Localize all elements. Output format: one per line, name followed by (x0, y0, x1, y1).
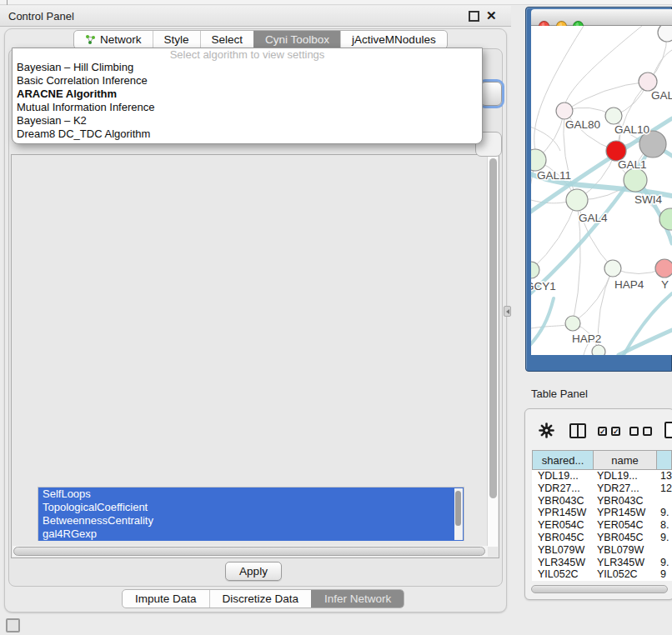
table-row[interactable]: YBR045CYBR045C9. (532, 532, 672, 544)
network-node-gcy1[interactable] (531, 262, 539, 278)
attributes-scrollbar-thumb[interactable] (455, 491, 461, 526)
table-row[interactable]: YDL19...YDL19...13 (532, 470, 672, 482)
network-window-titlebar[interactable] (531, 9, 672, 26)
table-cell[interactable]: 8. (657, 519, 672, 532)
table-cell[interactable]: 9. (657, 507, 672, 519)
table-cell[interactable]: YPR145W (594, 507, 657, 519)
column-header-2[interactable] (657, 450, 672, 470)
dropdown-item-basic-correlation-inference[interactable]: Basic Correlation Inference (13, 74, 482, 88)
table-cell[interactable]: YDR27... (594, 482, 657, 495)
table-cell[interactable]: YBR043C (594, 495, 657, 508)
network-node-gal[interactable] (639, 72, 657, 91)
table-row[interactable]: YDR27...YDR27...12 (532, 482, 672, 495)
network-node-hap4[interactable] (604, 260, 621, 277)
table-row[interactable]: YER054CYER054C8. (532, 519, 672, 532)
tab-jactivemnodules[interactable]: jActiveMNodules (340, 31, 447, 48)
table-cell[interactable]: YBL079W (594, 544, 657, 557)
table-cell[interactable]: 13 (657, 470, 672, 482)
network-node-hap2[interactable] (565, 316, 580, 331)
network-edge[interactable] (534, 26, 584, 150)
horizontal-scrollbar[interactable] (13, 546, 488, 557)
table-cell[interactable]: 9. (657, 557, 672, 569)
table-cell[interactable]: YIL052C (594, 568, 657, 581)
network-node-y[interactable] (655, 259, 672, 278)
table-cell[interactable]: YIL052C (532, 568, 594, 581)
table-cell[interactable] (657, 544, 672, 557)
tab-style[interactable]: Style (153, 31, 200, 48)
table-cell[interactable]: YBR045C (594, 532, 657, 544)
table-cell[interactable]: 12 (657, 482, 672, 495)
table-cell[interactable]: YBL079W (532, 544, 594, 557)
data-attributes-list[interactable]: SelfLoopsTopologicalCoefficientBetweenne… (38, 487, 464, 541)
attribute-item-betweennesscentrality[interactable]: BetweennessCentrality (38, 514, 464, 528)
network-node[interactable] (592, 345, 605, 355)
table-cell[interactable]: YBR043C (532, 495, 594, 508)
table-cell[interactable]: YLR345W (532, 557, 594, 569)
network-node-gal80[interactable] (556, 102, 573, 119)
panel-divider-handle[interactable] (504, 306, 511, 317)
tab-impute-data[interactable]: Impute Data (123, 590, 209, 608)
column-header-shared[interactable]: shared... (532, 450, 594, 470)
table-cell[interactable]: YDR27... (532, 482, 594, 495)
tab-cyni-toolbox[interactable]: Cyni Toolbox (253, 31, 340, 48)
tab-select[interactable]: Select (200, 31, 254, 48)
table-cell[interactable]: YER054C (594, 519, 657, 532)
dropdown-item-aracne-algorithm[interactable]: ARACNE Algorithm (13, 88, 482, 101)
split-column-icon[interactable] (569, 423, 586, 438)
table-cell[interactable]: 9 (657, 568, 672, 581)
table-cell[interactable]: YPR145W (532, 507, 594, 519)
network-node-gal10[interactable] (605, 108, 622, 124)
deselect-all-icon[interactable] (629, 427, 639, 436)
table-cell[interactable]: YDL19... (594, 470, 657, 482)
tab-discretize-data[interactable]: Discretize Data (209, 590, 312, 608)
network-node-gal4[interactable] (566, 189, 588, 211)
gear-icon[interactable] (539, 422, 554, 442)
new-table-icon[interactable] (664, 422, 672, 438)
network-node-swi4[interactable] (624, 168, 647, 192)
tab-infer-network[interactable]: Infer Network (311, 590, 404, 608)
dropdown-item-dream8-dc-tdc-algorithm[interactable]: Dream8 DC_TDC Algorithm (13, 128, 482, 141)
table-row[interactable]: YIL052CYIL052C9 (532, 568, 672, 581)
attribute-item-selfloops[interactable]: SelfLoops (38, 488, 464, 501)
horizontal-scrollbar-thumb[interactable] (13, 547, 485, 556)
deselect-all-icon[interactable] (643, 427, 652, 436)
vertical-scrollbar[interactable] (487, 156, 498, 547)
table-cell[interactable]: YBR045C (532, 532, 594, 544)
network-edge[interactable] (531, 200, 577, 270)
network-edge[interactable] (531, 125, 560, 151)
network-edge[interactable] (573, 268, 613, 323)
attributes-scrollbar[interactable] (454, 488, 463, 540)
float-panel-icon[interactable] (469, 11, 479, 22)
network-edge[interactable] (531, 324, 569, 329)
close-panel-icon[interactable]: ✕ (486, 8, 497, 23)
vertical-scrollbar-thumb[interactable] (489, 158, 497, 498)
attribute-item-topologicalcoefficient[interactable]: TopologicalCoefficient (38, 501, 464, 514)
attribute-item-gal4rgexp[interactable]: gal4RGexp (38, 528, 464, 541)
dropdown-item-bayesian-k2[interactable]: Bayesian – K2 (13, 114, 482, 128)
network-node[interactable] (659, 208, 672, 230)
table-cell[interactable]: YDL19... (532, 470, 594, 482)
table-row[interactable]: YPR145WYPR145W9. (532, 507, 672, 519)
network-edge-bundle[interactable] (531, 298, 554, 350)
dropdown-item-mutual-information-inference[interactable]: Mutual Information Inference (13, 101, 482, 114)
network-edge-bundle[interactable] (624, 293, 672, 355)
table-row[interactable]: YBL079WYBL079W (532, 544, 672, 557)
tab-network[interactable]: Network (74, 31, 153, 48)
table-cell[interactable]: YER054C (532, 519, 594, 532)
table-cell[interactable]: YLR345W (594, 557, 657, 569)
column-header-name[interactable]: name (594, 450, 657, 470)
table-row[interactable]: YBR043CYBR043C (532, 495, 672, 508)
algorithm-combo-partial[interactable] (480, 82, 502, 106)
network-canvas[interactable]: GALGAL80GAL10GAL1GAL11SWI4GAL4GCY1HAP4YH… (531, 26, 672, 355)
apply-button[interactable]: Apply (225, 562, 282, 581)
dropdown-item-bayesian-hill-climbing[interactable]: Bayesian – Hill Climbing (13, 61, 482, 74)
table-row[interactable]: YLR345WYLR345W9. (532, 557, 672, 569)
select-all-icon[interactable]: ✓ (598, 427, 607, 436)
dock-panel-icon[interactable] (6, 618, 20, 632)
select-all-icon[interactable]: ✓ (611, 427, 620, 436)
table-horizontal-scrollbar[interactable] (530, 584, 670, 594)
table-cell[interactable] (657, 495, 672, 508)
network-edge[interactable] (564, 82, 648, 111)
table-cell[interactable]: 9. (657, 532, 672, 544)
network-node[interactable] (658, 26, 672, 42)
